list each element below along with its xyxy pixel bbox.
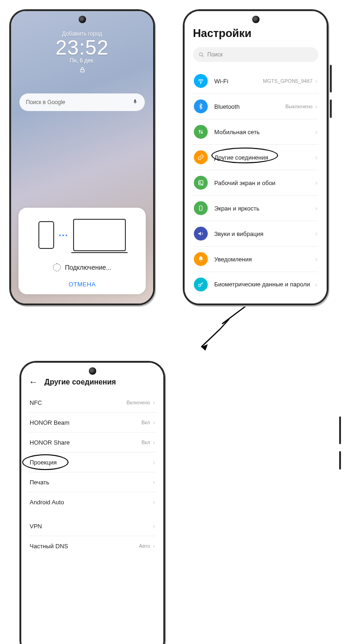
- settings-item-display[interactable]: Экран и яркость ›: [193, 196, 318, 221]
- cast-diagram: ●●●: [28, 219, 136, 251]
- conn-item-projection[interactable]: Проекция ›: [29, 452, 156, 472]
- chevron-right-icon: ›: [315, 255, 317, 263]
- connecting-label: Подключение...: [65, 264, 111, 271]
- search-placeholder: Поиск: [207, 51, 223, 58]
- settings-label: Другие соединения: [214, 154, 315, 161]
- svg-point-6: [198, 284, 201, 286]
- chevron-right-icon: ›: [153, 439, 155, 446]
- cast-phone-icon: [38, 221, 54, 249]
- conn-item-nfc[interactable]: NFC Включено ›: [29, 393, 156, 413]
- link-icon: [194, 150, 208, 164]
- item-value: Включено: [127, 400, 150, 405]
- lockscreen: Добавить город 23:52 Пн, 6 дек. Поиск в …: [11, 11, 153, 303]
- casting-card: ●●● Подключение... ОТМЕНА: [19, 208, 146, 294]
- conn-item-androidauto[interactable]: Android Auto ›: [29, 492, 156, 512]
- settings-item-mobile[interactable]: Мобильная сеть ›: [193, 119, 318, 145]
- svg-rect-5: [199, 206, 202, 211]
- google-search-bar[interactable]: Поиск в Google: [19, 93, 145, 111]
- cast-tv-icon: [73, 219, 126, 251]
- chevron-right-icon: ›: [153, 478, 155, 486]
- chevron-right-icon: ›: [315, 281, 317, 288]
- page-title: Настройки: [193, 27, 318, 40]
- item-label: Проекция: [30, 459, 153, 466]
- settings-label: Bluetooth: [214, 103, 285, 110]
- search-icon: [198, 52, 204, 58]
- conn-item-print[interactable]: Печать ›: [29, 472, 156, 492]
- svg-point-4: [199, 181, 200, 182]
- page-title: Другие соединения: [44, 378, 116, 386]
- settings-item-biometrics[interactable]: Биометрические данные и пароли ›: [193, 272, 318, 297]
- settings-label: Мобильная сеть: [214, 129, 315, 136]
- item-label: VPN: [30, 523, 153, 530]
- camera-cutout: [89, 367, 96, 375]
- camera-cutout: [79, 16, 86, 23]
- conn-item-dns[interactable]: Частный DNS Авто ›: [29, 536, 156, 556]
- conn-item-share[interactable]: HONOR Share Вкл ›: [29, 433, 156, 452]
- settings-item-connections[interactable]: Другие соединения ›: [193, 145, 318, 170]
- mobile-data-icon: [194, 125, 208, 139]
- phone-lockscreen: Добавить город 23:52 Пн, 6 дек. Поиск в …: [9, 9, 155, 305]
- chevron-right-icon: ›: [315, 230, 317, 237]
- settings-label: Рабочий экран и обои: [214, 180, 315, 186]
- chevron-right-icon: ›: [315, 154, 317, 161]
- svg-rect-0: [80, 69, 84, 72]
- item-label: Частный DNS: [30, 543, 139, 550]
- lock-icon: [79, 67, 86, 75]
- back-button[interactable]: ←: [29, 377, 38, 387]
- bluetooth-icon: [194, 99, 208, 113]
- chevron-right-icon: ›: [315, 128, 317, 136]
- item-label: Печать: [30, 479, 153, 486]
- chevron-right-icon: ›: [315, 204, 317, 212]
- sound-icon: [194, 227, 208, 241]
- settings-label: Экран и яркость: [214, 205, 315, 212]
- settings-search[interactable]: Поиск: [193, 47, 318, 62]
- settings-value: Выключено: [285, 104, 313, 109]
- settings-item-wifi[interactable]: Wi-Fi MGTS_GPON5_9487 ›: [193, 68, 318, 94]
- settings-value: MGTS_GPON5_9487: [263, 78, 312, 84]
- item-value: Вкл: [142, 420, 150, 425]
- clock-time: 23:52: [11, 36, 153, 59]
- spinner-icon: [53, 263, 61, 272]
- settings-label: Уведомления: [214, 256, 315, 263]
- wifi-icon: [194, 74, 208, 88]
- svg-rect-3: [198, 180, 203, 185]
- flow-arrow: [157, 301, 259, 356]
- settings-label: Wi-Fi: [214, 78, 263, 85]
- cancel-button[interactable]: ОТМЕНА: [28, 281, 136, 288]
- chevron-right-icon: ›: [153, 498, 155, 506]
- chevron-right-icon: ›: [153, 419, 155, 426]
- svg-point-2: [200, 83, 201, 83]
- settings-label: Звуки и вибрация: [214, 230, 315, 237]
- key-icon: [194, 278, 208, 291]
- chevron-right-icon: ›: [153, 522, 155, 530]
- connections-screen: ← Другие соединения NFC Включено › HONOR…: [21, 363, 163, 644]
- phone-settings: Настройки Поиск Wi-Fi MGTS_GPON5_9487 › …: [183, 9, 328, 305]
- item-label: HONOR Share: [30, 439, 142, 446]
- conn-item-beam[interactable]: HONOR Beam Вкл ›: [29, 413, 156, 433]
- chevron-right-icon: ›: [315, 77, 317, 85]
- conn-item-vpn[interactable]: VPN ›: [29, 516, 156, 536]
- wallpaper-icon: [194, 176, 208, 190]
- chevron-right-icon: ›: [315, 179, 317, 186]
- settings-screen: Настройки Поиск Wi-Fi MGTS_GPON5_9487 › …: [185, 11, 327, 303]
- item-value: Авто: [139, 543, 150, 549]
- item-label: NFC: [30, 399, 127, 406]
- item-value: Вкл: [142, 440, 150, 445]
- item-label: HONOR Beam: [30, 419, 142, 426]
- settings-item-home[interactable]: Рабочий экран и обои ›: [193, 170, 318, 196]
- search-placeholder: Поиск в Google: [26, 99, 65, 105]
- settings-item-sound[interactable]: Звуки и вибрация ›: [193, 221, 318, 247]
- add-city-label[interactable]: Добавить город: [11, 31, 153, 37]
- clock-date: Пн, 6 дек.: [11, 57, 153, 64]
- chevron-right-icon: ›: [153, 542, 155, 550]
- phone-connections: ← Другие соединения NFC Включено › HONOR…: [19, 361, 165, 644]
- settings-item-notifications[interactable]: Уведомления ›: [193, 247, 318, 272]
- chevron-right-icon: ›: [153, 399, 155, 406]
- mic-icon[interactable]: [132, 99, 138, 106]
- svg-point-1: [199, 53, 203, 56]
- bell-icon: [194, 252, 208, 266]
- connecting-status: Подключение...: [28, 263, 136, 272]
- settings-item-bluetooth[interactable]: Bluetooth Выключено ›: [193, 94, 318, 119]
- cast-dots-icon: ●●●: [59, 233, 68, 237]
- chevron-right-icon: ›: [153, 458, 155, 466]
